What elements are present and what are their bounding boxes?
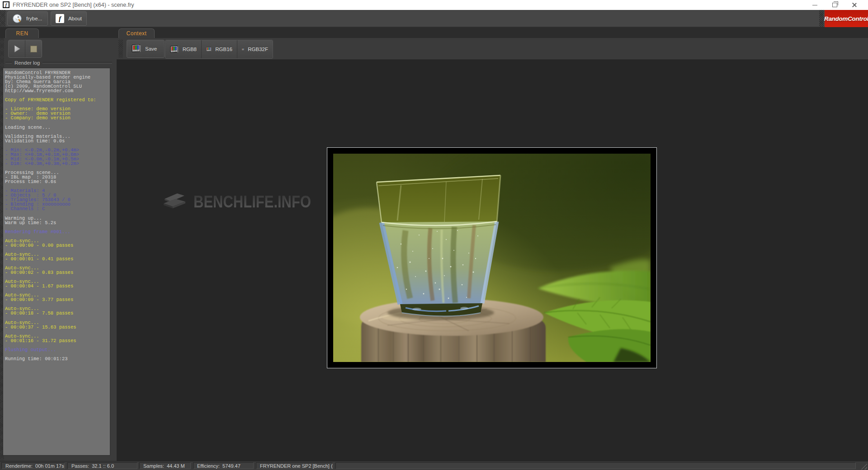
watermark-text: BENCHLIFE.INFO <box>193 192 311 212</box>
log-line: Rendering frame #001... <box>5 230 108 234</box>
close-button[interactable] <box>844 0 864 10</box>
tab-context[interactable]: Context <box>118 28 155 38</box>
title-bar: f FRYRENDER one SP2 [Bench] (x64) - scen… <box>0 0 868 10</box>
about-f-icon: f <box>56 14 64 23</box>
log-line: - 00:00:18 - 7.58 passes <box>5 311 108 315</box>
tab-strip: REN Context <box>0 27 868 38</box>
status-passes: Passes: 32.1 :: 6.0 <box>67 462 137 469</box>
randomcontrol-logo: RandomControl <box>825 10 868 27</box>
rgb-channels-icon <box>206 45 212 54</box>
log-line: Loading scene... <box>5 125 108 130</box>
benchlife-laptop-icon <box>162 192 187 212</box>
context-panel: Save RGB8 RGB16 <box>117 38 868 461</box>
render-frame <box>327 147 657 368</box>
watermark: BENCHLIFE.INFO <box>162 192 311 212</box>
render-canvas: BENCHLIFE.INFO <box>117 60 868 461</box>
log-line: - 00:01:16 - 31.72 passes <box>5 338 108 343</box>
log-line: - Company: demo version <box>5 116 108 120</box>
context-toolbar-grip[interactable] <box>118 40 123 58</box>
window-title: FRYRENDER one SP2 [Bench] (x64) - scene.… <box>13 0 134 10</box>
restore-icon <box>832 3 837 7</box>
status-app-name: FRYRENDER one SP2 [Bench] (x64) <box>256 462 333 469</box>
log-line: - 00:00:37 - 15.63 passes <box>5 325 108 329</box>
frybench-button[interactable]: frybe... <box>7 11 48 26</box>
log-line: Warm up time: 5.2s <box>5 221 108 225</box>
log-line: - Dim: <+0.3m,+0.3m,+0.2m> <box>5 161 108 166</box>
main-toolbar: frybe... f About RandomControl <box>0 10 868 27</box>
window-controls <box>805 0 864 10</box>
toolbar-grip[interactable] <box>0 10 5 27</box>
save-button-label: Save <box>145 46 157 52</box>
log-line <box>5 211 108 216</box>
render-transport-controls <box>8 40 42 58</box>
close-icon <box>852 2 857 8</box>
brand-grip <box>819 10 824 27</box>
maximize-button[interactable] <box>825 0 844 10</box>
about-button[interactable]: f About <box>51 11 87 26</box>
render-panel: Render log RandomControl FRYRENDERPhysic… <box>0 38 117 461</box>
log-line: - 00:00:04 - 1.67 passes <box>5 284 108 288</box>
log-line: - Channels : C <box>5 207 108 211</box>
minimize-button[interactable] <box>805 0 825 10</box>
play-icon <box>11 43 22 54</box>
render-log-title: Render log <box>12 60 42 66</box>
format-button-rgb16[interactable]: RGB16 <box>201 40 237 58</box>
log-line: Process time: 0.6s <box>5 179 108 184</box>
rgb-channels-icon <box>242 45 244 54</box>
resize-grip[interactable] <box>861 463 867 470</box>
rgb-channels-icon <box>132 44 142 53</box>
render-stop-button[interactable] <box>25 40 42 57</box>
render-log[interactable]: RandomControl FRYRENDERPhysically-based … <box>3 68 110 456</box>
log-line: http://www.fryrender.com <box>5 89 108 93</box>
log-line: - 00:00:01 - 0.41 passes <box>5 257 108 261</box>
status-samples: Samples: 44.43 M <box>139 462 191 469</box>
format-button-group: RGB8 RGB16 RGB32F <box>165 40 273 59</box>
groupbox-line <box>5 62 12 64</box>
log-line: Validation time: 0.0s <box>5 139 108 143</box>
rendered-image <box>333 154 651 362</box>
rgb-channels-icon <box>170 45 179 54</box>
format-button-label: RGB8 <box>183 47 197 52</box>
log-line: Copy of FRYRENDER registered to: <box>5 98 108 102</box>
tab-ren[interactable]: REN <box>5 28 39 38</box>
status-rendertime: Rendertime: 00h 01m 17s <box>1 462 65 469</box>
frybench-chick-icon <box>12 14 22 24</box>
randomcontrol-logo-text: RandomControl <box>824 15 868 22</box>
log-line: Running time: 00:01:23 <box>5 357 108 361</box>
log-line: - 00:00:09 - 3.77 passes <box>5 297 108 302</box>
about-button-label: About <box>68 16 82 21</box>
groupbox-line <box>42 62 112 64</box>
context-toolbar: Save RGB8 RGB16 <box>117 38 868 60</box>
save-button[interactable]: Save <box>127 40 165 58</box>
format-button-rgb8[interactable]: RGB8 <box>165 40 201 58</box>
render-log-group: Render log <box>5 60 112 66</box>
save-icon-slot <box>132 44 142 54</box>
format-button-label: RGB32F <box>248 47 268 52</box>
status-bar: Rendertime: 00h 01m 17sPasses: 32.1 :: 6… <box>0 461 868 470</box>
frybench-button-label: frybe... <box>26 16 42 21</box>
render-start-button[interactable] <box>9 40 25 57</box>
status-efficiency: Efficiency: 5749.47 <box>193 462 254 469</box>
log-line: - 00:00:02 - 0.83 passes <box>5 270 108 275</box>
format-button-rgb32f[interactable]: RGB32F <box>237 40 273 58</box>
minimize-icon <box>812 5 817 5</box>
app-icon: f <box>3 1 9 8</box>
log-line: Flushing output... <box>5 348 108 352</box>
stop-icon <box>30 46 37 52</box>
status-empty <box>335 462 856 469</box>
log-line: - 00:00:00 - 0.00 passes <box>5 243 108 248</box>
format-button-label: RGB16 <box>215 47 232 52</box>
